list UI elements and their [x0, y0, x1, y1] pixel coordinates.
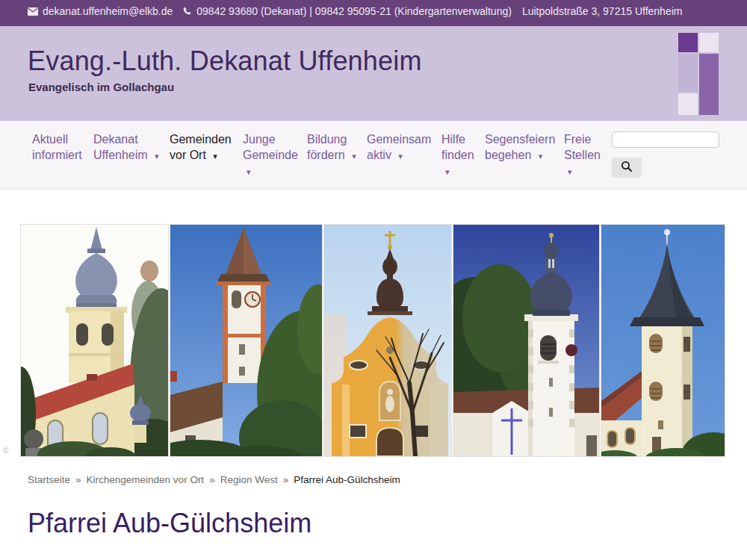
site-header: Evang.-Luth. Dekanat Uffenheim Evangelis…	[0, 26, 747, 121]
nav-item-hilfe-finden[interactable]: Hilfe finden ▾	[441, 131, 477, 180]
church-photo-4	[453, 225, 599, 456]
church-photo-1	[21, 225, 168, 456]
church-photo-2	[170, 225, 322, 456]
nav-label: Freie Stellen	[564, 133, 601, 161]
nav-label: Hilfe finden	[441, 133, 474, 161]
search-input[interactable]	[612, 131, 719, 148]
breadcrumb-separator: »	[283, 474, 289, 485]
chevron-down-icon: ▾	[539, 152, 543, 161]
nav-item-dekanat-uffenheim[interactable]: Dekanat Uffenheim ▾	[93, 131, 162, 164]
nav-item-bildung-foerdern[interactable]: Bildung fördern ▾	[307, 131, 359, 164]
nav-label: Gemeinden vor Ort	[170, 133, 232, 161]
logo-square-light	[699, 33, 719, 52]
site-logo[interactable]	[678, 33, 719, 115]
breadcrumb-link-startseite[interactable]: Startseite	[28, 474, 70, 485]
nav-label: Segensfeiern begehen	[485, 133, 555, 161]
nav-item-aktuell-informiert[interactable]: Aktuell informiert	[32, 131, 86, 163]
nav-label: Dekanat Uffenheim	[93, 133, 148, 161]
nav-label: Aktuell informiert	[32, 133, 82, 161]
breadcrumb-current: Pfarrei Aub-Gülchsheim	[294, 474, 400, 485]
address-item: Luitpoldstraße 3, 97215 Uffenheim	[522, 5, 683, 17]
search-button[interactable]	[612, 158, 642, 178]
breadcrumb-separator: »	[209, 474, 215, 485]
church-photo-slider: ©	[21, 225, 725, 456]
breadcrumb: Startseite»Kirchengemeinden vor Ort»Regi…	[28, 474, 719, 485]
breadcrumb-separator: »	[75, 474, 81, 485]
chevron-down-icon: ▾	[568, 167, 572, 176]
copyright-mark: ©	[3, 447, 8, 455]
church-photo-5	[601, 225, 725, 456]
breadcrumb-link-region-west[interactable]: Region West	[220, 474, 278, 485]
chevron-down-icon: ▾	[445, 167, 450, 176]
nav-label: Junge Gemeinde	[243, 133, 298, 161]
logo-rect-medium	[699, 54, 719, 115]
chevron-down-icon: ▾	[247, 167, 251, 176]
breadcrumb-link-kirchengemeinden[interactable]: Kirchengemeinden vor Ort	[87, 474, 205, 485]
logo-rect-lighter	[678, 93, 698, 115]
phone-numbers: 09842 93680 (Dekanat) | 09842 95095-21 (…	[196, 5, 512, 17]
site-subtitle: Evangelisch im Gollachgau	[28, 81, 747, 93]
nav-item-segensfeiern-begehen[interactable]: Segensfeiern begehen ▾	[485, 131, 557, 164]
phone-item: 09842 93680 (Dekanat) | 09842 95095-21 (…	[183, 5, 512, 17]
search-box	[612, 131, 719, 178]
envelope-icon	[28, 4, 38, 21]
nav-item-gemeinden-vor-ort[interactable]: Gemeinden vor Ort ▾	[170, 131, 235, 164]
chevron-down-icon: ▾	[155, 152, 159, 161]
church-photo-3	[324, 225, 451, 456]
email-link[interactable]: dekanat.uffenheim@elkb.de	[43, 5, 173, 17]
chevron-down-icon: ▾	[398, 152, 403, 161]
page-title: Pfarrei Aub-Gülchsheim	[28, 508, 719, 539]
nav-item-gemeinsam-aktiv[interactable]: Gemeinsam aktiv ▾	[367, 131, 434, 164]
logo-rect-medium-light	[678, 54, 698, 92]
nav-item-junge-gemeinde[interactable]: Junge Gemeinde ▾	[243, 131, 300, 180]
chevron-down-icon: ▾	[213, 152, 217, 161]
main-nav: Aktuell informiert Dekanat Uffenheim ▾ G…	[0, 121, 747, 190]
nav-item-freie-stellen[interactable]: Freie Stellen ▾	[564, 131, 604, 180]
nav-label: Bildung fördern	[307, 133, 347, 161]
logo-square-dark	[678, 33, 698, 52]
phone-icon	[183, 4, 192, 21]
email-item: dekanat.uffenheim@elkb.de	[28, 5, 173, 17]
site-title: Evang.-Luth. Dekanat Uffenheim	[28, 46, 747, 77]
topbar: dekanat.uffenheim@elkb.de09842 93680 (De…	[0, 0, 747, 26]
search-icon	[621, 161, 633, 175]
chevron-down-icon: ▾	[352, 152, 356, 161]
